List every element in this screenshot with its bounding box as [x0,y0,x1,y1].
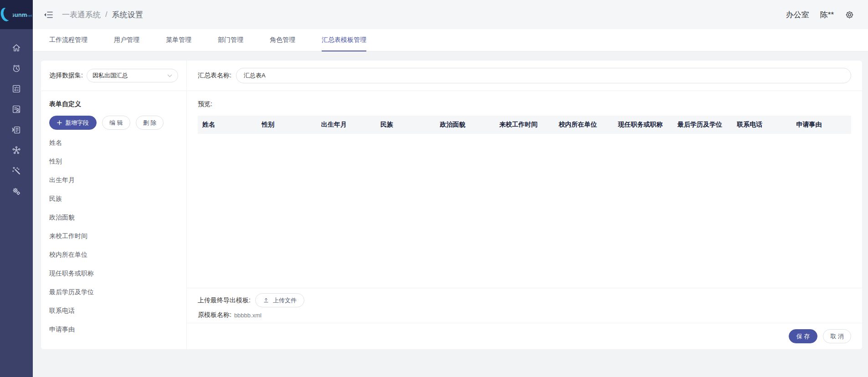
sidebar-item-schedule[interactable] [0,58,33,78]
clipboard-broadcast-icon [11,125,21,135]
sidebar: sunmnet [0,0,33,377]
app-logo: sunmnet [0,0,33,29]
network-hub-icon [11,145,21,155]
tab[interactable]: 菜单管理 [166,29,191,51]
table-column-header: 最后学历及学位 [673,121,732,129]
table-column-header: 联系电话 [732,121,791,129]
chevron-down-icon [167,74,172,77]
logo-swoosh-icon [0,7,11,22]
add-field-button[interactable]: 新增字段 [49,116,97,130]
table-column-header: 出生年月 [317,121,376,129]
menu-fold-icon [44,11,53,19]
plus-icon [57,120,62,125]
delete-field-button[interactable]: 删 除 [136,116,164,130]
upload-label: 上传最终导出模板: [198,296,251,305]
table-column-header: 姓名 [198,121,257,129]
upload-file-button[interactable]: 上传文件 [255,293,304,307]
template-name-row: 原模板名称: bbbbb.xml [198,311,851,319]
field-list-item[interactable]: 性别 [49,152,178,171]
table-column-header: 申请事由 [792,121,851,129]
breadcrumb-current: 系统设置 [112,10,143,20]
preview-section: 预览: 姓名性别出生年月民族政治面貌来校工作时间校内所在单位现任职务或职称最后学… [187,91,862,288]
content-card: 选择数据集: 因私出国汇总 表单自定义 新增字段 编 辑 删 除 姓名性别出生年… [41,61,862,349]
tab[interactable]: 用户管理 [114,29,139,51]
gear-icon [845,10,854,20]
sidebar-item-publish[interactable] [0,119,33,140]
field-list-item[interactable]: 申请事由 [49,320,178,339]
add-field-label: 新增字段 [65,119,89,127]
menu-fold-button[interactable] [44,11,53,19]
field-list-item[interactable]: 最后学历及学位 [49,283,178,301]
dataset-label: 选择数据集: [49,71,83,80]
upload-icon [263,297,269,304]
logo-text: sunm [11,11,27,18]
tab[interactable]: 角色管理 [270,29,295,51]
field-list-item[interactable]: 姓名 [49,133,178,152]
settings-gears-icon [11,186,21,196]
table-column-header: 政治面貌 [435,121,494,129]
settings-button[interactable] [845,10,854,20]
tab[interactable]: 汇总表模板管理 [322,29,366,51]
dataset-select-row: 选择数据集: 因私出国汇总 [41,61,186,91]
field-buttons-row: 新增字段 编 辑 删 除 [49,116,178,130]
breadcrumb-root[interactable]: 一表通系统 [62,10,101,20]
cancel-button[interactable]: 取 消 [823,329,851,343]
field-list-item[interactable]: 校内所在单位 [49,245,178,264]
panel-title: 表单自定义 [49,100,178,108]
field-list-item[interactable]: 政治面貌 [49,208,178,227]
dataset-select[interactable]: 因私出国汇总 [87,69,178,82]
breadcrumb-separator: / [105,10,108,19]
preview-label: 预览: [198,100,851,108]
upload-section: 上传最终导出模板: 上传文件 原模板名称: bbbbb.xml [187,288,862,323]
sidebar-item-settings[interactable] [0,181,33,201]
summary-name-row: 汇总表名称: [187,61,862,91]
tab[interactable]: 部门管理 [218,29,243,51]
field-list-item[interactable]: 联系电话 [49,301,178,320]
alarm-clock-icon [11,63,21,73]
field-list-item[interactable]: 出生年月 [49,171,178,189]
magic-wand-icon [11,166,21,176]
user-department: 办公室 [786,10,809,20]
form-checklist-icon [11,84,21,94]
sidebar-item-forms[interactable] [0,78,33,99]
topbar-right: 办公室 陈** [786,10,854,20]
user-name: 陈** [820,10,834,20]
table-column-header: 民族 [376,121,435,129]
dataset-select-value: 因私出国汇总 [92,71,167,80]
breadcrumb: 一表通系统 / 系统设置 [62,10,143,20]
edit-field-button[interactable]: 编 辑 [102,116,130,130]
field-list-item[interactable]: 来校工作时间 [49,227,178,245]
logo-suffix: net [27,14,32,18]
document-user-icon [11,104,21,114]
tab[interactable]: 工作流程管理 [49,29,87,51]
field-customize-body: 表单自定义 新增字段 编 辑 删 除 姓名性别出生年月民族政治面貌来校工作时间校… [41,91,186,339]
footer-actions: 保 存 取 消 [187,323,862,349]
top-bar: 一表通系统 / 系统设置 办公室 陈** [33,0,868,29]
sidebar-item-integration[interactable] [0,140,33,160]
sidebar-item-home[interactable] [0,37,33,58]
upload-row: 上传最终导出模板: 上传文件 [198,293,851,307]
field-list: 姓名性别出生年月民族政治面貌来校工作时间校内所在单位现任职务或职称最后学历及学位… [49,133,178,339]
field-list-item[interactable]: 民族 [49,189,178,208]
tab-strip: 工作流程管理用户管理菜单管理部门管理角色管理汇总表模板管理 [33,29,868,51]
upload-file-label: 上传文件 [273,296,297,305]
summary-template-panel: 汇总表名称: 预览: 姓名性别出生年月民族政治面貌来校工作时间校内所在单位现任职… [187,61,862,349]
sidebar-item-tools[interactable] [0,160,33,181]
sidebar-item-records[interactable] [0,99,33,119]
field-customize-panel: 选择数据集: 因私出国汇总 表单自定义 新增字段 编 辑 删 除 姓名性别出生年… [41,61,187,349]
table-column-header: 来校工作时间 [495,121,554,129]
sidebar-nav [0,29,33,201]
template-name-value: bbbbb.xml [234,312,262,319]
template-name-label: 原模板名称: [198,311,231,319]
field-list-item[interactable]: 现任职务或职称 [49,264,178,283]
table-column-header: 现任职务或职称 [614,121,673,129]
preview-table-body [198,134,851,288]
summary-name-input[interactable] [236,68,851,83]
preview-table-header: 姓名性别出生年月民族政治面貌来校工作时间校内所在单位现任职务或职称最后学历及学位… [198,116,851,134]
table-column-header: 性别 [257,121,316,129]
home-icon [11,43,21,53]
summary-name-label: 汇总表名称: [198,71,231,80]
table-column-header: 校内所在单位 [554,121,613,129]
save-button[interactable]: 保 存 [789,329,818,343]
